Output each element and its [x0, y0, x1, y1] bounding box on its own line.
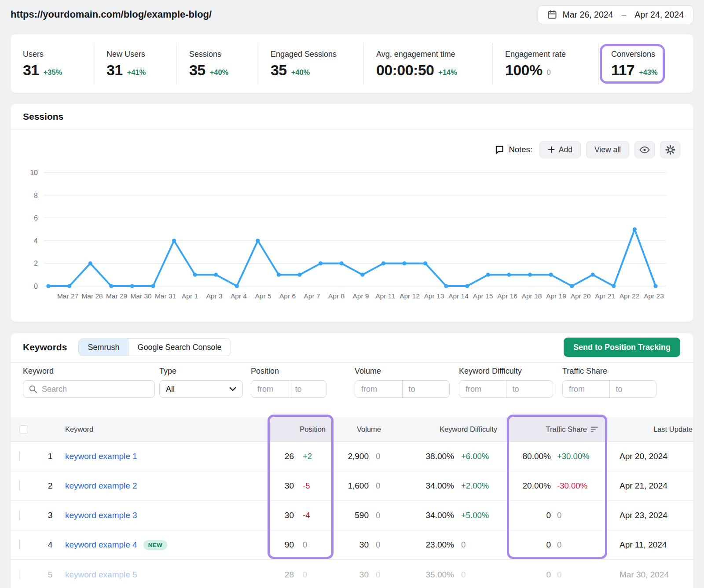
stat-avg-engagement-time: Avg. engagement time 00:00:50+14% [363, 43, 492, 85]
select-all-checkbox[interactable] [19, 425, 28, 434]
sessions-chart: 0246810Mar 27Mar 28Mar 29Mar 30Mar 31Apr… [11, 165, 693, 311]
keywords-table-body: 1 keyword example 1 26+2 2,9000 38.00%+6… [11, 442, 693, 588]
chart-point[interactable] [256, 239, 260, 243]
header-position[interactable]: Position [269, 417, 333, 441]
chevron-down-icon [229, 387, 236, 391]
type-select[interactable]: All [159, 380, 243, 398]
keyword-search-input[interactable]: Search [23, 380, 155, 398]
y-axis-tick-label: 8 [34, 192, 38, 199]
header-traffic-share[interactable]: Traffic Share [506, 417, 608, 441]
chart-point[interactable] [88, 261, 92, 265]
header-last-update[interactable]: Last Update [608, 417, 693, 441]
chart-settings-button[interactable] [660, 141, 680, 158]
chart-point[interactable] [381, 261, 385, 265]
chart-point[interactable] [360, 273, 364, 277]
chart-point[interactable] [277, 273, 281, 277]
chart-point[interactable] [465, 284, 469, 288]
table-row: 2 keyword example 2 30-5 1,6000 34.00%+2… [11, 471, 693, 501]
traffic-share-to-input[interactable]: to [609, 381, 656, 397]
keyword-link[interactable]: keyword example 1 [65, 452, 137, 461]
stat-users: Users 31+35% [11, 43, 94, 85]
filter-type: Type All [159, 367, 243, 398]
position-to-input[interactable]: to [289, 381, 326, 397]
tab-semrush[interactable]: Semrush [79, 339, 128, 356]
y-axis-tick-label: 10 [30, 169, 38, 176]
volume-cell: 5900 [333, 501, 387, 530]
plus-icon [548, 146, 555, 153]
keyword-difficulty-to-input[interactable]: to [506, 381, 553, 397]
stat-delta: +41% [127, 68, 146, 77]
chart-point[interactable] [444, 284, 448, 288]
calendar-icon [547, 10, 557, 19]
date-range-start: Mar 26, 2024 [563, 10, 613, 20]
position-cell: 26+2 [269, 442, 333, 471]
chart-point[interactable] [319, 261, 323, 265]
chart-point[interactable] [633, 227, 637, 231]
volume-to-input[interactable]: to [402, 381, 450, 397]
chart-point[interactable] [507, 273, 511, 277]
row-number: 5 [39, 570, 62, 580]
row-checkbox[interactable] [19, 570, 20, 580]
toggle-visibility-button[interactable] [634, 141, 655, 158]
chart-point[interactable] [109, 284, 113, 288]
send-to-position-tracking-button[interactable]: Send to Position Tracking [564, 338, 680, 357]
tab-google-search-console[interactable]: Google Search Console [128, 339, 230, 356]
stat-delta: +43% [639, 68, 658, 77]
x-axis-tick-label: Apr 15 [473, 292, 493, 300]
chart-point[interactable] [172, 239, 176, 243]
chart-point[interactable] [214, 273, 218, 277]
position-cell: 280 [269, 560, 333, 588]
chart-point[interactable] [151, 284, 155, 288]
new-badge: NEW [143, 540, 167, 550]
chart-point[interactable] [486, 273, 490, 277]
row-checkbox[interactable] [19, 451, 20, 461]
header-keyword[interactable]: Keyword [62, 417, 269, 441]
keyword-link[interactable]: keyword example 5 [65, 570, 137, 580]
header-volume[interactable]: Volume [333, 417, 387, 441]
row-checkbox[interactable] [19, 481, 20, 491]
last-update-cell: Apr 21, 2024 [608, 481, 693, 491]
chart-point[interactable] [549, 273, 553, 277]
keyword-link[interactable]: keyword example 3 [65, 511, 137, 520]
position-range-inputs: from to [251, 380, 326, 398]
stat-new-users: New Users 31+41% [94, 43, 176, 85]
chart-point[interactable] [340, 261, 344, 265]
x-axis-tick-label: Apr 14 [448, 292, 469, 300]
keyword-cell: keyword example 2 [62, 481, 269, 491]
add-note-button[interactable]: Add [539, 141, 581, 158]
chart-point[interactable] [130, 284, 134, 288]
chart-point[interactable] [653, 284, 657, 288]
x-axis-tick-label: Apr 21 [595, 292, 615, 300]
chart-point[interactable] [591, 273, 595, 277]
keyword-difficulty-from-input[interactable]: from [459, 381, 506, 397]
chart-point[interactable] [46, 284, 50, 288]
date-range-end: Apr 24, 2024 [634, 10, 684, 20]
table-row: 4 keyword example 4 NEW 900 300 23.00%0 … [11, 530, 693, 560]
row-checkbox[interactable] [19, 510, 20, 520]
volume-from-input[interactable]: from [355, 381, 402, 397]
stat-engaged-sessions: Engaged Sessions 35+40% [258, 43, 363, 85]
chart-point[interactable] [67, 284, 71, 288]
keyword-link[interactable]: keyword example 4 [65, 540, 137, 550]
volume-cell: 300 [333, 560, 387, 588]
y-axis-tick-label: 6 [34, 214, 38, 222]
chart-point[interactable] [612, 284, 616, 288]
row-checkbox[interactable] [19, 540, 20, 550]
header-keyword-difficulty[interactable]: Keyword Difficulty [387, 417, 506, 441]
chart-point[interactable] [297, 273, 301, 277]
chart-point[interactable] [570, 284, 574, 288]
chart-point[interactable] [193, 273, 197, 277]
type-select-value: All [166, 385, 175, 394]
keywords-filters: Keyword Search Type All Position from to [23, 367, 656, 398]
view-all-notes-button[interactable]: View all [586, 141, 629, 158]
x-axis-tick-label: Mar 27 [57, 292, 78, 300]
chart-point[interactable] [235, 284, 239, 288]
chart-point[interactable] [528, 273, 532, 277]
keyword-link[interactable]: keyword example 2 [65, 481, 137, 491]
chart-point[interactable] [402, 261, 406, 265]
x-axis-tick-label: Apr 12 [400, 292, 420, 300]
traffic-share-from-input[interactable]: from [563, 381, 609, 397]
date-range-picker[interactable]: Mar 26, 2024 – Apr 24, 2024 [538, 5, 693, 24]
position-from-input[interactable]: from [251, 381, 289, 397]
chart-point[interactable] [423, 261, 427, 265]
